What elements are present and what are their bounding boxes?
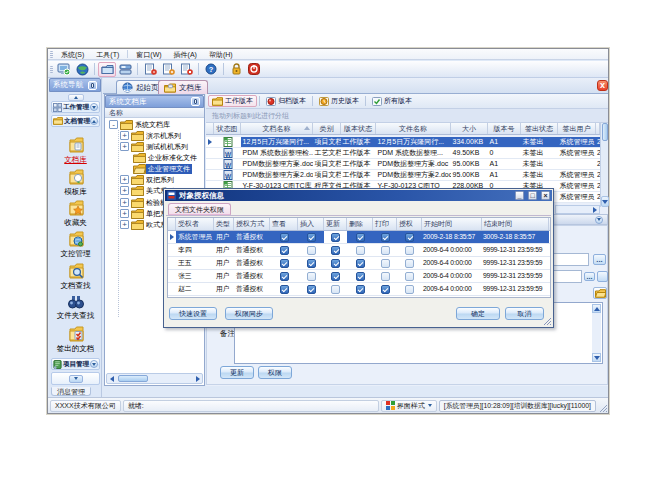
column-file-name[interactable]: 文件名称 [376,123,451,134]
permission-row[interactable]: 李四 用户 普通授权 2009-6-4 0:00:00 9999-12-31 2… [168,244,550,257]
checkbox-delete[interactable] [347,244,373,256]
column-indicator[interactable] [206,123,214,134]
checkbox-insert[interactable] [298,283,324,295]
column-view[interactable]: 查看 [270,218,298,230]
small-button[interactable] [597,271,608,282]
sidebar-item-checked-out-documents[interactable]: 签出的文档 [49,326,102,353]
more-bands-button[interactable] [69,375,83,383]
expand-expander[interactable]: + [120,131,129,140]
filter-archived-version[interactable]: 归档版本 [262,95,310,107]
expand-expander[interactable]: + [120,186,129,195]
toolbar-grip[interactable] [50,66,53,73]
checkbox-authorize[interactable] [397,231,422,243]
checkbox-print[interactable] [373,257,397,269]
checkbox-authorize[interactable] [397,270,422,282]
checkbox-update[interactable] [324,270,347,282]
tree-item-selected[interactable]: 企业管理文件 [105,163,204,174]
checkbox-authorize[interactable] [397,283,422,295]
permission-row[interactable]: 王五 用户 普通授权 2009-6-4 0:00:00 9999-12-31 2… [168,257,550,270]
checkbox-print[interactable] [373,270,397,282]
expand-expander[interactable]: + [120,198,129,207]
tree-item[interactable]: + 双把系列 [105,174,204,185]
grid-row[interactable]: W PDM数据整理方案2.doc 项目文档 工作版本 PDM数据整理方案2.do… [206,170,600,181]
permission-button[interactable]: 权限 [258,366,292,379]
ellipsis-button[interactable]: ... [593,254,606,265]
sidebar-item-template-library[interactable]: 模板库 [49,169,102,196]
checkbox-view[interactable] [270,257,298,269]
column-checkout-user[interactable]: 签出用户 [558,123,596,134]
tree-horizontal-scrollbar[interactable] [106,373,203,384]
expand-expander[interactable]: + [120,175,129,184]
checkbox-insert[interactable] [298,244,324,256]
document-delete-icon[interactable] [177,62,195,77]
column-delete[interactable]: 删除 [347,218,373,230]
column-version-no[interactable]: 版本号 [488,123,521,134]
update-button[interactable]: 更新 [220,366,254,379]
system-monitor-icon[interactable] [55,62,73,77]
dialog-resize-grip[interactable] [542,316,551,325]
column-print[interactable]: 打印 [373,218,397,230]
scroll-right-icon[interactable] [590,205,599,214]
menu-system[interactable]: 系统(S) [55,49,90,60]
tree-item[interactable]: + 测试机机系列 [105,141,204,152]
column-authorize[interactable]: 授权 [397,218,422,230]
expand-expander[interactable]: + [120,220,129,229]
dialog-tab-folder-permissions[interactable]: 文档文件夹权限 [168,203,231,215]
filter-history-version[interactable]: 历史版本 [315,95,363,107]
ok-button[interactable]: 确定 [456,307,500,320]
column-document-name[interactable]: 文档名称 [241,123,313,134]
checkbox-insert[interactable] [298,231,324,243]
menu-tools[interactable]: 工具(T) [90,49,125,60]
sidebar-item-folder-search[interactable]: 文件夹查找 [49,294,102,320]
grid-vertical-scrollbar[interactable] [600,123,608,207]
checkbox-update[interactable] [324,244,347,256]
permission-sync-button[interactable]: 权限同步 [225,307,273,320]
checkbox-print[interactable] [373,283,397,295]
checkbox-insert[interactable] [298,270,324,282]
checkbox-authorize[interactable] [397,257,422,269]
column-status-icon[interactable]: 状态图 [214,123,241,134]
permission-row[interactable]: 张三 用户 普通授权 2009-6-4 0:00:00 9999-12-31 2… [168,270,550,283]
checkbox-print[interactable] [373,244,397,256]
filter-all-versions[interactable]: 所有版本 [368,95,416,107]
chevron-up-icon[interactable] [90,117,98,125]
menu-help[interactable]: 帮助(H) [203,49,239,60]
column-insert[interactable]: 插入 [298,218,324,230]
document-new-icon[interactable] [141,62,159,77]
chevron-icon[interactable] [595,216,603,224]
checkbox-delete[interactable] [347,270,373,282]
scroll-up-icon[interactable] [592,304,601,313]
band-work-management[interactable]: 工作管理 [51,101,100,113]
scroll-left-icon[interactable] [107,374,116,383]
scroll-down-icon[interactable] [601,196,609,207]
checkbox-delete[interactable] [347,257,373,269]
permission-row[interactable]: 赵二 用户 普通授权 2009-6-4 0:00:00 9999-12-31 2… [168,283,550,296]
open-folder-button[interactable] [593,287,607,299]
style-selector[interactable]: 界面样式 [381,400,437,412]
scroll-down-icon[interactable] [592,353,601,362]
checkbox-view[interactable] [270,283,298,295]
column-mode[interactable]: 授权方式 [234,218,270,230]
expand-expander[interactable]: + [120,209,129,218]
grid-horizontal-scrollbar[interactable] [555,205,600,214]
sidebar-item-document-search[interactable]: 文档查找 [49,263,102,290]
document-open-icon[interactable] [159,62,177,77]
column-category[interactable]: 类别 [313,123,341,134]
sidebar-item-favorites[interactable]: 收藏夹 [49,200,102,227]
collapse-expander[interactable]: - [109,120,118,129]
band-document-management[interactable]: 文档管理 [51,115,100,127]
checkbox-update[interactable] [324,257,347,269]
permission-row-selected[interactable]: 系统管理员 用户 普通授权 2009-2-18 8:35:57 3009-2-1… [168,231,550,244]
column-start-time[interactable]: 开始时间 [422,218,482,230]
exit-icon[interactable] [245,62,263,77]
checkbox-view[interactable] [270,270,298,282]
checkbox-print[interactable] [373,231,397,243]
grid-row-selected[interactable]: 12月5日万兴隆同行... 项目文档 工作版本 12月5日万兴隆同行... 33… [206,137,600,148]
checkbox-delete[interactable] [347,231,373,243]
group-by-bar[interactable]: 拖动列标题到此进行分组 [206,109,608,123]
window-resize-grip[interactable] [598,403,607,412]
tree-column-header[interactable]: 名称 [105,108,204,118]
column-type[interactable]: 类型 [214,218,234,230]
checkbox-view[interactable] [270,244,298,256]
pin-icon[interactable] [191,97,200,106]
